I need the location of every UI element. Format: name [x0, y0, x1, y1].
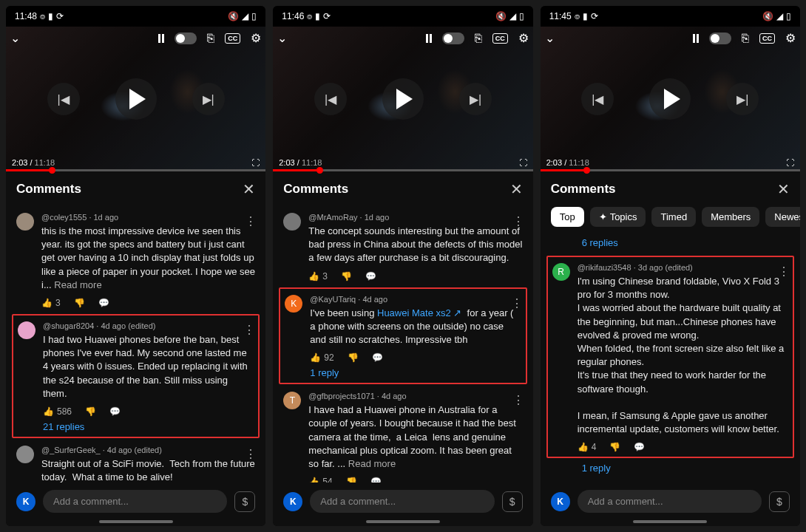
read-more-link[interactable]: Read more	[348, 458, 396, 469]
captions-icon[interactable]: CC	[492, 33, 508, 44]
play-button[interactable]	[382, 78, 424, 120]
close-icon[interactable]: ✕	[510, 180, 523, 198]
fullscreen-icon[interactable]: ⛶	[786, 158, 794, 167]
reply-icon[interactable]: 💬	[98, 298, 109, 308]
thumbs-up-icon[interactable]: 👍 54	[308, 477, 332, 482]
previous-button[interactable]: |◀	[581, 83, 614, 115]
thumbs-up-icon[interactable]: 👍 3	[308, 271, 328, 282]
chip-topics[interactable]: ✦Topics	[590, 207, 646, 227]
reply-icon[interactable]: 💬	[372, 352, 383, 363]
video-progress-bar[interactable]	[6, 169, 265, 171]
video-player[interactable]: ⌄ ⎘ CC ⚙ |◀ ▶| 2:03 / 11:18 ⛶	[273, 27, 532, 171]
avatar[interactable]	[283, 213, 301, 231]
chip-top[interactable]: Top	[551, 207, 584, 227]
reply-icon[interactable]: 💬	[370, 477, 382, 482]
collapse-chevron-icon[interactable]: ⌄	[545, 31, 555, 45]
avatar[interactable]	[16, 446, 34, 463]
cast-icon[interactable]: ⎘	[207, 32, 214, 45]
fullscreen-icon[interactable]: ⛶	[519, 158, 527, 167]
video-player[interactable]: ⌄ ⎘ CC ⚙ |◀ ▶| 2:03 / 11:18 ⛶	[6, 27, 265, 171]
comment: @MrAmoRay · 1d ago The concept sounds in…	[279, 207, 526, 286]
previous-button[interactable]: |◀	[47, 83, 80, 115]
superthanks-button[interactable]: $	[502, 491, 523, 512]
thumbs-up-icon[interactable]: 👍 92	[310, 352, 333, 363]
captions-icon[interactable]: CC	[225, 33, 240, 44]
chip-timed[interactable]: Timed	[651, 207, 696, 227]
next-button[interactable]: ▶|	[459, 83, 492, 115]
cast-icon[interactable]: ⎘	[742, 32, 749, 45]
video-progress-bar[interactable]	[541, 169, 800, 171]
video-progress-bar[interactable]	[273, 169, 532, 171]
chip-newest[interactable]: Newest	[765, 207, 800, 227]
more-options-icon[interactable]: ⋮	[512, 393, 524, 407]
user-avatar[interactable]: K	[283, 492, 302, 511]
superthanks-button[interactable]: $	[234, 491, 255, 512]
read-more-link[interactable]: Read more	[54, 279, 101, 290]
settings-gear-icon[interactable]: ⚙	[785, 31, 796, 45]
replies-link[interactable]: 1 reply	[546, 460, 794, 480]
comment-meta: @shugar8204 · 4d ago (edited)	[43, 321, 254, 330]
chip-members[interactable]: Members	[702, 207, 759, 227]
wifi-icon: ◢	[242, 11, 248, 21]
more-options-icon[interactable]: ⋮	[778, 265, 790, 279]
settings-gear-icon[interactable]: ⚙	[251, 31, 261, 45]
replies-link[interactable]: 6 replies	[546, 234, 794, 254]
collapse-chevron-icon[interactable]: ⌄	[277, 31, 287, 45]
close-icon[interactable]: ✕	[243, 180, 255, 198]
avatar[interactable]	[16, 213, 34, 231]
comments-list[interactable]: @MrAmoRay · 1d ago The concept sounds in…	[273, 207, 532, 482]
comment-actions: 👍 3 👎 💬	[41, 298, 255, 308]
next-button[interactable]: ▶|	[192, 83, 225, 115]
thumbs-down-icon[interactable]: 👎	[341, 271, 352, 282]
settings-gear-icon[interactable]: ⚙	[518, 31, 529, 45]
thumbs-down-icon[interactable]: 👎	[85, 406, 96, 417]
thumbs-up-icon[interactable]: 👍 3	[41, 298, 61, 308]
user-avatar[interactable]: K	[551, 492, 570, 511]
reply-icon[interactable]: 💬	[365, 271, 376, 282]
autoplay-toggle[interactable]	[709, 33, 731, 44]
thumbs-down-icon[interactable]: 👎	[74, 298, 85, 308]
nav-handle[interactable]	[366, 520, 440, 523]
more-options-icon[interactable]: ⋮	[245, 214, 257, 228]
replies-link[interactable]: 1 reply	[310, 367, 521, 378]
avatar[interactable]: R	[552, 263, 570, 281]
inline-link[interactable]: Huawei Mate xs2 ↗	[377, 307, 461, 318]
thumbs-down-icon[interactable]: 👎	[609, 442, 620, 452]
thumbs-down-icon[interactable]: 👎	[348, 352, 359, 363]
collapse-chevron-icon[interactable]: ⌄	[10, 31, 20, 45]
more-options-icon[interactable]: ⋮	[245, 447, 257, 461]
user-avatar[interactable]: K	[16, 492, 35, 511]
comments-list[interactable]: @coley1555 · 1d ago this is the most imp…	[6, 207, 265, 482]
comment-input[interactable]: Add a comment...	[43, 490, 227, 513]
thumbs-up-icon[interactable]: 👍 586	[43, 406, 72, 417]
nav-handle[interactable]	[633, 520, 707, 523]
superthanks-button[interactable]: $	[769, 491, 790, 512]
previous-button[interactable]: |◀	[314, 83, 347, 115]
comment-input[interactable]: Add a comment...	[310, 490, 494, 513]
cast-icon[interactable]: ⎘	[475, 32, 482, 45]
captions-icon[interactable]: CC	[759, 33, 775, 44]
reply-icon[interactable]: 💬	[109, 406, 121, 417]
next-button[interactable]: ▶|	[726, 83, 759, 115]
comments-title: Comments	[16, 182, 81, 197]
avatar[interactable]: K	[285, 295, 302, 313]
comments-list[interactable]: 6 replies R @rikifauzi3548 · 3d ago (edi…	[541, 234, 800, 482]
video-player[interactable]: ⌄ ⎘ CC ⚙ |◀ ▶| 2:03 / 11:18 ⛶	[541, 27, 800, 171]
avatar[interactable]	[18, 321, 35, 339]
more-options-icon[interactable]: ⋮	[511, 296, 523, 310]
thumbs-up-icon[interactable]: 👍 4	[578, 442, 597, 452]
comment-input[interactable]: Add a comment...	[578, 490, 762, 513]
play-button[interactable]	[649, 78, 691, 120]
play-button[interactable]	[115, 78, 157, 120]
more-options-icon[interactable]: ⋮	[512, 214, 524, 228]
more-options-icon[interactable]: ⋮	[243, 323, 255, 337]
fullscreen-icon[interactable]: ⛶	[251, 158, 260, 167]
autoplay-toggle[interactable]	[175, 33, 197, 44]
thumbs-down-icon[interactable]: 👎	[346, 477, 357, 482]
reply-icon[interactable]: 💬	[634, 442, 645, 452]
nav-handle[interactable]	[99, 520, 173, 523]
avatar[interactable]: T	[283, 392, 301, 409]
replies-link[interactable]: 21 replies	[43, 421, 254, 432]
autoplay-toggle[interactable]	[442, 33, 464, 44]
close-icon[interactable]: ✕	[777, 180, 790, 198]
